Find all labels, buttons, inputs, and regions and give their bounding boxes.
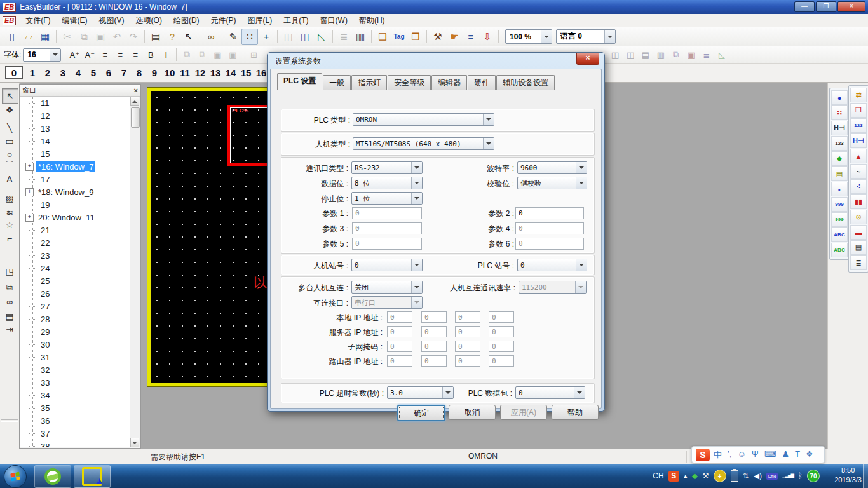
window-list-item[interactable]: 37: [20, 427, 130, 440]
dialog-tab[interactable]: PLC 设置: [277, 73, 322, 90]
text-format-icon[interactable]: ◫: [623, 48, 638, 62]
corner-tool[interactable]: ⌐: [2, 231, 17, 245]
window-list-item[interactable]: 11: [20, 97, 130, 109]
indirect-window-icon[interactable]: ❐: [850, 103, 867, 118]
menu-item[interactable]: 工具(T): [278, 15, 314, 26]
window-list-item[interactable]: 34: [20, 389, 130, 402]
align-left-icon[interactable]: ≡: [97, 48, 112, 62]
window-list-item[interactable]: 29: [20, 325, 130, 338]
window-list-item[interactable]: 32: [20, 363, 130, 376]
menu-item[interactable]: 图库(L): [242, 15, 278, 26]
menu-item[interactable]: 帮助(H): [353, 15, 391, 26]
align-horizontal-icon[interactable]: ◫: [297, 29, 313, 45]
state-number-1[interactable]: 1: [27, 67, 38, 78]
window-list-item[interactable]: 17: [20, 173, 130, 186]
ip-octet-input[interactable]: 0: [421, 326, 447, 337]
numeric-display-icon[interactable]: 999: [831, 197, 848, 212]
line-tool[interactable]: ╲: [2, 121, 17, 135]
font-decrease-icon[interactable]: A⁻: [82, 48, 97, 62]
param-3-input[interactable]: 0: [352, 222, 422, 234]
show-desktop-button[interactable]: [863, 464, 868, 488]
dialog-tab[interactable]: 编辑器: [431, 75, 467, 90]
taskbar-app-easybuilder[interactable]: ➤: [74, 465, 111, 488]
start-button[interactable]: [4, 465, 27, 488]
function-key-icon[interactable]: ◆: [831, 151, 848, 166]
window-list-scrollbar[interactable]: [130, 97, 140, 447]
window-list-item[interactable]: +*18: Window_9: [20, 186, 130, 198]
text-format-icon[interactable]: ▤: [638, 48, 653, 62]
small-button-icon[interactable]: ▪: [831, 182, 848, 196]
window-list-item[interactable]: 33: [20, 376, 130, 389]
usb-icon[interactable]: ⇅: [743, 471, 749, 480]
menu-item[interactable]: 选项(O): [130, 15, 168, 26]
state-number-13[interactable]: 13: [210, 67, 221, 78]
parity-combo[interactable]: 偶校验: [517, 177, 587, 189]
window-list-item[interactable]: 26: [20, 287, 130, 300]
window-list-item[interactable]: 13: [20, 122, 130, 135]
window-list-item[interactable]: 31: [20, 351, 130, 363]
state-number-11[interactable]: 11: [179, 67, 191, 78]
window-list-item[interactable]: 30: [20, 338, 130, 351]
skin-icon[interactable]: T: [795, 449, 800, 461]
dialog-tab[interactable]: 安全等级: [388, 75, 431, 90]
state-number-7[interactable]: 7: [118, 67, 130, 78]
expand-icon[interactable]: +: [25, 214, 34, 222]
list-word-icon[interactable]: H⊣: [850, 133, 867, 148]
window-list-item[interactable]: 12: [20, 109, 130, 122]
volume-icon[interactable]: ◀): [754, 471, 762, 480]
hmi-type-combo[interactable]: MT510S/MT508S (640 x 480): [353, 137, 494, 150]
taskbar-clock[interactable]: 8:50 2019/3/3: [834, 466, 862, 485]
xy-plot-icon[interactable]: ⁖: [850, 179, 867, 194]
context-help-icon[interactable]: ↖: [180, 29, 197, 45]
window-list-item[interactable]: 28: [20, 313, 130, 325]
menu-item[interactable]: 编辑(E): [57, 15, 93, 26]
state-number-6[interactable]: 6: [103, 67, 114, 78]
italic-icon[interactable]: I: [158, 48, 173, 62]
window-list-item[interactable]: 23: [20, 249, 130, 262]
state-number-3[interactable]: 3: [57, 67, 69, 78]
project-list-icon[interactable]: ≡: [463, 29, 479, 45]
language-select[interactable]: 语言 0: [556, 29, 616, 44]
dialog-close-button[interactable]: ×: [576, 53, 599, 65]
soft-keyboard-icon[interactable]: ⌨: [764, 449, 776, 461]
state-number-15[interactable]: 15: [240, 67, 252, 78]
security-shield-icon[interactable]: ◆: [692, 471, 698, 480]
state-number-4[interactable]: 4: [72, 67, 84, 78]
emoji-icon[interactable]: ☺: [738, 449, 746, 461]
recipe-icon[interactable]: ▤: [850, 240, 867, 255]
toolbox-icon[interactable]: ❖: [806, 449, 813, 461]
simulate-icon[interactable]: ☛: [446, 29, 463, 45]
bluetooth-icon[interactable]: ᛒ: [798, 471, 803, 480]
menu-item[interactable]: 元件(P): [205, 15, 242, 26]
network-signal-icon[interactable]: ▁▃▅▇: [782, 473, 794, 478]
param-5-input[interactable]: 0: [352, 238, 422, 250]
data-transfer-icon[interactable]: ⇄: [850, 88, 867, 102]
align-right-icon[interactable]: ≡: [128, 48, 143, 62]
mic-icon[interactable]: Ψ: [752, 449, 759, 461]
ip-octet-input[interactable]: 0: [421, 341, 447, 352]
ip-octet-input[interactable]: 0: [489, 355, 514, 367]
align-center-icon[interactable]: ≡: [112, 48, 128, 62]
lang-indicator[interactable]: CH: [653, 471, 663, 480]
expand-icon[interactable]: +: [25, 188, 34, 196]
ip-octet-input[interactable]: 0: [421, 311, 447, 323]
window-list-item[interactable]: 22: [20, 236, 130, 249]
text-tool[interactable]: A: [2, 172, 17, 186]
alarm-bar-icon[interactable]: ▬: [850, 225, 867, 240]
state-number-2[interactable]: 2: [42, 67, 53, 78]
ip-octet-input[interactable]: 0: [421, 355, 447, 367]
print-icon[interactable]: ▤: [147, 29, 164, 45]
multi-link-combo[interactable]: 关闭: [351, 281, 423, 294]
window-list-item[interactable]: 14: [20, 135, 130, 147]
window-list-item[interactable]: 21: [20, 224, 130, 236]
library-icon[interactable]: ▥: [352, 29, 369, 45]
menu-item[interactable]: 文件(F): [20, 15, 56, 26]
arc-tool[interactable]: ⌒: [2, 159, 17, 173]
help-button[interactable]: 帮助: [552, 405, 599, 420]
param-6-input[interactable]: 0: [515, 238, 584, 250]
compile-icon[interactable]: ⚒: [430, 29, 446, 45]
meter-icon[interactable]: ⊙: [850, 210, 867, 224]
dialog-tab[interactable]: 一般: [323, 75, 351, 90]
state-number-8[interactable]: 8: [133, 67, 145, 78]
measure-icon[interactable]: ◺: [313, 29, 330, 45]
